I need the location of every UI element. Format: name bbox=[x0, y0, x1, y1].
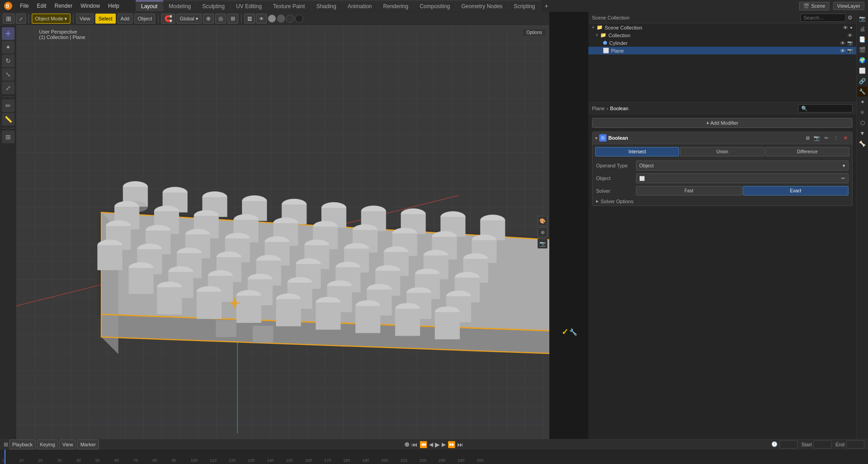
tab-sculpting[interactable]: Sculpting bbox=[197, 0, 231, 11]
modifier-props-icon active wrench-active[interactable]: 🔧 bbox=[858, 87, 868, 97]
render-display-btn[interactable]: 🖼 bbox=[244, 14, 255, 24]
scale-tool-btn[interactable]: ⤡ bbox=[2, 68, 15, 81]
outliner-filter-btn[interactable]: ⚙ bbox=[848, 15, 853, 21]
modifier-expand-btn[interactable]: ⋮ bbox=[832, 134, 840, 142]
end-frame-input[interactable]: 250 bbox=[846, 440, 864, 449]
modifier-render-btn[interactable]: 📷 bbox=[813, 134, 821, 142]
plane-eye-icon[interactable]: 👁 bbox=[840, 48, 845, 54]
solver-fast-btn[interactable]: Fast bbox=[636, 186, 742, 195]
rotate-tool-btn[interactable]: ↻ bbox=[2, 54, 15, 67]
cyl-eye-icon[interactable]: 👁 bbox=[840, 40, 845, 46]
solver-options-row[interactable]: ▸ Solver Options bbox=[592, 197, 852, 205]
start-frame-input[interactable]: 1 bbox=[814, 440, 832, 449]
annotate-tool-btn[interactable]: ✏ bbox=[2, 99, 15, 112]
modifier-editmode-btn[interactable]: ✏ bbox=[822, 134, 830, 142]
plane-render-icon[interactable]: 📷 bbox=[847, 48, 853, 54]
move-tool-btn[interactable]: ✦ bbox=[2, 41, 15, 54]
output-props-icon[interactable]: 🖨 bbox=[858, 24, 868, 34]
tab-texture-paint[interactable]: Texture Paint bbox=[268, 0, 311, 11]
tab-modeling[interactable]: Modeling bbox=[163, 0, 197, 11]
shading-solid-btn[interactable] bbox=[268, 15, 276, 23]
modifier-collapse-btn[interactable]: ▾ bbox=[595, 136, 597, 141]
add-menu-btn[interactable]: Add bbox=[118, 14, 133, 24]
gizmo-icon[interactable]: ⊕ bbox=[538, 227, 547, 237]
viewport-display-icon[interactable]: 🎨 bbox=[538, 216, 547, 226]
snap-toggle-btn[interactable]: ⊞ bbox=[227, 14, 238, 24]
pivot-selector[interactable]: ⊕ bbox=[203, 14, 214, 24]
modifier-realtime-btn[interactable]: 🖥 bbox=[803, 134, 811, 142]
add-object-tool-btn[interactable]: ⊞ bbox=[2, 131, 15, 143]
menu-file[interactable]: File bbox=[16, 1, 32, 11]
physics-props-icon[interactable]: ⚛ bbox=[858, 107, 868, 117]
tab-scripting[interactable]: Scripting bbox=[508, 0, 541, 11]
bone-props-icon[interactable]: 🦴 bbox=[858, 139, 868, 149]
solver-exact-btn[interactable]: Exact bbox=[743, 186, 848, 195]
viewlayer-props-icon[interactable]: 📑 bbox=[858, 34, 868, 44]
object-menu-btn[interactable]: Object bbox=[134, 14, 155, 24]
intersect-btn[interactable]: Intersect bbox=[595, 147, 679, 156]
current-frame-input[interactable]: 1 bbox=[779, 440, 798, 449]
world-props-icon[interactable]: 🌍 bbox=[858, 55, 868, 65]
collection-eye-icon[interactable]: 👁 bbox=[843, 25, 848, 30]
properties-search[interactable] bbox=[798, 104, 853, 112]
prev-keyframe-btn[interactable]: ◀ bbox=[429, 441, 433, 448]
operand-type-value[interactable]: Object ▾ bbox=[636, 161, 848, 171]
modifier-delete-btn[interactable]: ✕ bbox=[841, 134, 849, 142]
options-button[interactable]: Options bbox=[523, 29, 546, 36]
transform-tool-btn[interactable]: ⤢ bbox=[2, 82, 15, 94]
add-workspace-button[interactable]: + bbox=[541, 0, 552, 11]
shading-material-btn[interactable] bbox=[277, 15, 285, 23]
view-menu-btn[interactable]: View bbox=[76, 14, 94, 24]
tab-uv-editing[interactable]: UV Editing bbox=[231, 0, 268, 11]
timeline-view-btn[interactable]: View bbox=[59, 440, 76, 449]
collection-camera-icon[interactable]: ● bbox=[850, 25, 853, 30]
play-btn[interactable]: ▶ bbox=[435, 441, 440, 448]
render-props-icon[interactable]: 📷 bbox=[858, 14, 868, 24]
scene-props-icon[interactable]: 🎬 bbox=[858, 45, 868, 55]
jump-start-btn[interactable]: ⏮ bbox=[411, 441, 418, 448]
playback-btn[interactable]: Playback bbox=[9, 440, 36, 449]
tab-compositing[interactable]: Compositing bbox=[414, 0, 456, 11]
tab-geometry-nodes[interactable]: Geometry Nodes bbox=[456, 0, 508, 11]
data-props-icon[interactable]: ▼ bbox=[858, 128, 868, 138]
overlay-btn[interactable]: 👁 bbox=[256, 14, 267, 24]
outliner-search[interactable] bbox=[800, 14, 846, 22]
prev-frame-btn[interactable]: ⏪ bbox=[419, 441, 427, 448]
cursor-tool-btn[interactable]: ✛ bbox=[2, 27, 15, 40]
shading-rendered-btn[interactable] bbox=[286, 15, 294, 23]
select-menu-btn[interactable]: Select bbox=[95, 14, 116, 24]
outliner-cylinder[interactable]: ⬟ Cylinder 👁 📷 bbox=[588, 39, 856, 47]
outliner-collection[interactable]: ▾ 📁 Collection 👁 bbox=[588, 31, 856, 39]
timeline-editor-type[interactable]: ⊞ bbox=[4, 441, 8, 448]
camera-icon[interactable]: 📷 bbox=[538, 239, 547, 249]
shading-eevee-btn[interactable] bbox=[295, 15, 303, 23]
next-keyframe-btn[interactable]: ▶ bbox=[442, 441, 446, 448]
difference-btn[interactable]: Difference bbox=[765, 147, 849, 156]
next-frame-btn[interactable]: ⏩ bbox=[448, 441, 455, 448]
object-props-icon[interactable]: ⬜ bbox=[858, 66, 868, 76]
full-editor-btn[interactable]: ⤢ bbox=[16, 14, 26, 24]
cyl-render-icon[interactable]: 📷 bbox=[847, 40, 853, 46]
menu-render[interactable]: Render bbox=[51, 1, 76, 11]
object-value[interactable]: ⬜ ✏ bbox=[636, 173, 848, 183]
transform-space-selector[interactable]: Global ▾ bbox=[177, 14, 202, 24]
menu-window[interactable]: Window bbox=[77, 1, 104, 11]
measure-tool-btn[interactable]: 📏 bbox=[2, 113, 15, 126]
keying-btn[interactable]: Keying bbox=[37, 440, 59, 449]
object-edit-icon[interactable]: ✏ bbox=[841, 176, 845, 181]
outliner-plane[interactable]: ⬜ Plane 👁 📷 bbox=[588, 47, 856, 54]
mode-selector[interactable]: Object Mode ▾ bbox=[32, 14, 70, 24]
viewport-canvas[interactable]: User Perspective (1) Collection | Plane bbox=[16, 25, 549, 439]
viewport-3d[interactable]: User Perspective (1) Collection | Plane bbox=[16, 25, 549, 439]
particles-props-icon[interactable]: ✦ bbox=[858, 97, 868, 107]
tab-layout[interactable]: Layout bbox=[136, 0, 163, 11]
snap-icon[interactable]: 🧲 bbox=[161, 14, 175, 24]
viewlayer-selector[interactable]: ViewLayer bbox=[833, 2, 864, 10]
frame-stop-dot[interactable] bbox=[405, 442, 409, 447]
scene-selector[interactable]: 🎬 Scene bbox=[799, 2, 829, 10]
add-modifier-btn[interactable]: + + Add Modifier bbox=[592, 118, 853, 128]
tab-animation[interactable]: Animation bbox=[342, 0, 378, 11]
outliner-scene-collection[interactable]: ▾ 📁 Scene Collection 👁 ● bbox=[588, 24, 856, 31]
jump-end-btn[interactable]: ⏭ bbox=[457, 441, 464, 448]
timeline-ruler[interactable]: 1 10 20 30 40 50 60 70 80 90 100 110 120… bbox=[0, 449, 868, 464]
